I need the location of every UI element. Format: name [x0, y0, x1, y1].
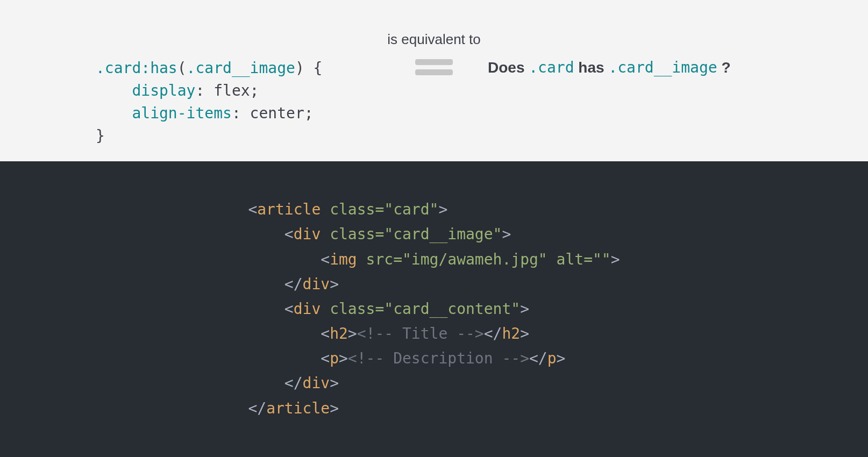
- l6-gt: >: [348, 325, 357, 342]
- question-does: Does: [488, 59, 529, 76]
- question-mark: ?: [717, 59, 731, 76]
- l3-alt: alt: [557, 251, 584, 268]
- equals-icon: [415, 59, 453, 75]
- l1-attr: class: [330, 201, 375, 218]
- l6-gt2: >: [520, 325, 529, 342]
- l7-gt2: >: [557, 349, 566, 367]
- l5-gt: >: [520, 300, 529, 318]
- bottom-panel: <article class="card"> <div class="card_…: [0, 161, 868, 457]
- l6-tag2: h2: [502, 325, 520, 342]
- css-paren-close: ): [295, 59, 304, 77]
- l4-gt: >: [330, 275, 339, 293]
- css-prop-display: display: [132, 82, 195, 99]
- l1-lt: <: [248, 201, 257, 218]
- l6-lt2: </: [484, 325, 502, 342]
- l4-tag: div: [303, 275, 330, 293]
- l7-lt: <: [321, 349, 330, 367]
- css-brace-close: }: [96, 127, 105, 145]
- l3-altval: ="": [584, 251, 611, 268]
- l2-lt: <: [284, 225, 294, 243]
- l3-sp2: [547, 251, 557, 268]
- l5-sp: [321, 300, 330, 318]
- l3-src: src: [366, 251, 394, 268]
- question-text: Does .card has .card__image ?: [488, 59, 731, 76]
- l5-tag: div: [294, 300, 321, 318]
- l3-srcval: ="img/awameh.jpg": [393, 251, 547, 268]
- l7-tag: p: [330, 349, 339, 367]
- l4-lt: </: [284, 275, 303, 293]
- l7-tag2: p: [547, 349, 557, 367]
- css-prop-align-items: align-items: [132, 104, 231, 122]
- css-pseudo-has: :has: [141, 59, 177, 77]
- top-panel: is equivalent to .card:has(.card__image)…: [0, 0, 868, 161]
- l6-cmt: <!-- Title -->: [357, 325, 484, 342]
- l3-lt: <: [321, 251, 330, 268]
- l6-lt: <: [321, 325, 330, 342]
- l1-str: ="card": [375, 201, 438, 218]
- question-card: .card: [529, 59, 574, 76]
- question-cardimage: .card__image: [608, 59, 717, 76]
- l3-tag: img: [330, 251, 357, 268]
- l5-str: ="card__content": [375, 300, 520, 318]
- l1-sp: [321, 201, 330, 218]
- question-has: has: [574, 59, 609, 76]
- l7-cmt: <!-- Description -->: [348, 349, 529, 367]
- l8-lt: </: [284, 374, 303, 392]
- css-paren-open: (: [177, 59, 187, 77]
- l6-tag: h2: [330, 325, 348, 342]
- equivalent-label: is equivalent to: [387, 31, 480, 48]
- l9-lt: </: [248, 399, 266, 417]
- l9-gt: >: [330, 399, 339, 417]
- html-code-block: <article class="card"> <div class="card_…: [248, 197, 620, 421]
- css-val-center: : center;: [232, 104, 314, 122]
- l2-gt: >: [502, 225, 511, 243]
- l5-lt: <: [284, 300, 294, 318]
- l8-tag: div: [303, 374, 330, 392]
- css-val-flex: : flex;: [195, 82, 259, 99]
- css-selector-card: .card: [96, 59, 141, 77]
- l2-attr: class: [330, 225, 375, 243]
- l3-gt: >: [611, 251, 620, 268]
- l5-attr: class: [330, 300, 375, 318]
- css-selector-cardimage: .card__image: [187, 59, 295, 77]
- l7-gt: >: [339, 349, 348, 367]
- l2-str: ="card__image": [375, 225, 502, 243]
- l9-tag: article: [266, 399, 330, 417]
- l3-sp: [357, 251, 366, 268]
- l1-tag: article: [257, 201, 321, 218]
- css-code-block: .card:has(.card__image) { display: flex;…: [96, 57, 322, 147]
- css-brace-open: {: [304, 59, 323, 77]
- l8-gt: >: [330, 374, 339, 392]
- l2-sp: [321, 225, 330, 243]
- l1-gt: >: [438, 201, 447, 218]
- l2-tag: div: [294, 225, 321, 243]
- l7-lt2: </: [529, 349, 547, 367]
